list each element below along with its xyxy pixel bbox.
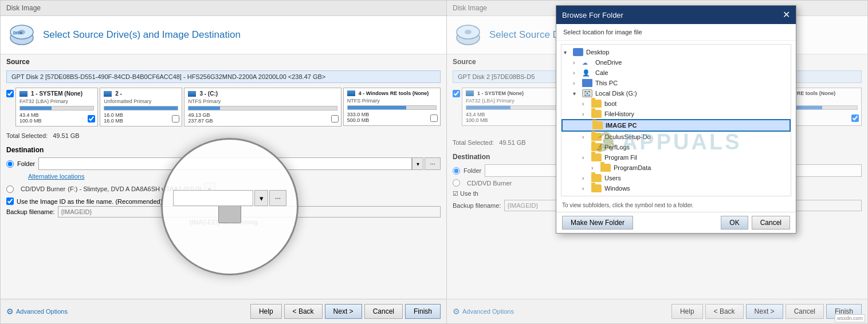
back-button-left[interactable]: < Back [284,304,323,319]
partition-bar-fill-3 [188,106,219,110]
tree-arrow-users[interactable]: › [582,175,591,181]
partition-checkbox-1[interactable] [88,115,95,123]
tree-arrow-cale[interactable]: › [573,70,582,76]
folder-icon-programdata [600,164,611,172]
tree-arrow-onedrive[interactable]: › [573,60,582,66]
tree-arrow-oculus[interactable]: › [582,134,591,140]
folder-icon-image-pc [592,121,603,129]
dialog-hint: To view subfolders, click the symbol nex… [556,200,796,212]
select-all-checkbox[interactable] [6,90,14,97]
help-button-left[interactable]: Help [250,304,282,319]
right-adv-options[interactable]: ⚙ Advanced Options [453,307,669,316]
tree-item-cale[interactable]: › 👤 Cale [561,68,791,78]
partition-bar-fill-2 [104,106,178,110]
tree-item-programdata[interactable]: › ProgramData [561,163,791,173]
zoomed-folder-input[interactable] [173,190,253,206]
right-bottom-bar: ⚙ Advanced Options Help < Back Next > Ca… [447,299,867,323]
tree-item-users[interactable]: › Users [561,173,791,183]
desktop-icon [573,48,583,56]
cd-radio[interactable] [6,185,14,193]
drive-icon: 💽 [582,89,592,97]
right-panel: Disk Image Select Source Dr Source GPT D… [447,0,868,324]
use-image-id-checkbox[interactable] [6,197,14,205]
svg-text:DISK: DISK [13,31,23,35]
disk-image-label-left: Disk Image [6,4,41,12]
tree-arrow-programfiles[interactable]: › [582,155,591,161]
right-select-all[interactable] [453,90,460,97]
partition-bar-1 [19,106,94,110]
watermark-area: 🐊 APPUALS [594,130,742,155]
adv-options-left[interactable]: ⚙ Advanced Options [6,307,248,316]
tree-arrow-local-disk[interactable]: ▾ [573,90,582,97]
adv-icon-left: ⚙ [6,307,14,316]
partition-sizes-total-3: 237.87 GB [188,118,337,124]
dialog-close-button[interactable]: ✕ [783,10,790,19]
partition-sizes-4: 333.0 MB [347,112,437,117]
partition-4: 4 - Windows RE tools (None) NTFS Primary… [343,88,441,126]
tree-arrow-windows[interactable]: › [582,185,591,192]
tree-item-onedrive[interactable]: › ☁ OneDrive [561,57,791,68]
tree-arrow-filehistory[interactable]: › [582,111,591,117]
dialog-cancel-button[interactable]: Cancel [752,216,790,230]
right-wizard-title: Select Source Dr [489,29,563,41]
partition-bar-fill-4 [348,106,406,109]
partition-2: 2 - Unformatted Primary 16.0 MB 16.0 MB [100,88,182,127]
bottom-bar-left: ⚙ Advanced Options Help < Back Next > Ca… [1,299,446,323]
partition-checkbox-3[interactable] [331,115,339,123]
adv-options-label-left: Advanced Options [16,308,68,315]
right-cancel-btn[interactable]: Cancel [785,304,824,319]
left-panel-header: Disk Image [1,1,446,16]
folder-radio[interactable] [6,160,14,168]
folder-dropdown-btn[interactable]: ▾ [412,157,423,170]
zoomed-browse-btn[interactable]: ··· [269,190,286,206]
cancel-button-left[interactable]: Cancel [364,304,403,319]
svg-point-6 [465,30,472,34]
partition-sizes-1: 43.4 MB [19,112,94,118]
dialog-title: Browse For Folder [562,11,623,19]
dialog-tree[interactable]: ▾ Desktop › ☁ OneDrive › 👤 Cale [561,44,791,196]
tree-arrow-desktop[interactable]: ▾ [564,49,573,56]
next-button-left[interactable]: Next > [325,304,362,319]
right-next-btn[interactable]: Next > [746,304,783,319]
tree-arrow-boot[interactable]: › [582,101,591,107]
folder-browse-btn[interactable]: ··· [425,157,441,170]
use-image-id-label: Use the Image ID as the file name. (Reco… [17,198,162,205]
folder-label: Folder [17,160,35,167]
alt-locations-link[interactable]: Alternative locations [28,173,84,180]
partition-sizes-total-1: 100.0 MB [19,118,94,124]
partition-3: 3 - (C:) NTFS Primary 49.13 GB 237.87 GB [184,88,341,127]
tree-arrow-this-pc[interactable]: › [573,80,582,86]
right-help-btn[interactable]: Help [671,304,703,319]
ok-button[interactable]: OK [721,216,748,230]
folder-icon-filehistory [591,110,602,118]
source-label-left: Source [1,54,446,68]
folder-icon-programfiles [591,153,602,161]
browse-folder-dialog: Browse For Folder ✕ Select location for … [556,5,796,234]
cd-label: CD/DVD Burner [21,185,65,192]
tree-item-this-pc[interactable]: › This PC [561,78,791,88]
tree-item-boot[interactable]: › boot [561,98,791,109]
wizard-title-left: Select Source Drive(s) and Image Destina… [43,29,241,41]
right-panel-body: Disk Image Select Source Dr Source GPT D… [447,1,867,323]
right-back-btn[interactable]: < Back [705,304,744,319]
tree-arrow-programdata[interactable]: › [591,165,600,171]
pc-icon [582,79,592,87]
zoomed-dropdown-panel [218,206,241,223]
wsxdn-badge: wsxdn.com [835,314,865,322]
tree-item-windows[interactable]: › Windows [561,183,791,193]
finish-button-left[interactable]: Finish [405,304,441,319]
wizard-header-left: DISK Select Source Drive(s) and Image De… [1,16,446,54]
tree-item-desktop[interactable]: ▾ Desktop [561,47,791,57]
partition-bar-fill-1 [20,106,52,110]
appuals-watermark: 🐊 APPUALS [594,130,742,155]
partition-checkbox-2[interactable] [172,115,179,123]
disk-icon-left: DISK [9,22,35,48]
tree-item-filehistory[interactable]: › FileHistory [561,109,791,119]
partition-checkbox-4[interactable] [430,114,438,122]
make-new-folder-button[interactable]: Make New Folder [562,216,633,230]
zoomed-dropdown-btn[interactable]: ▾ [254,190,268,206]
folder-icon-windows [591,184,602,192]
tree-item-local-disk[interactable]: ▾ 💽 Local Disk (G:) [561,88,791,98]
zoom-circle-content: ▾ ··· [162,179,298,235]
folder-icon-boot [591,100,602,108]
